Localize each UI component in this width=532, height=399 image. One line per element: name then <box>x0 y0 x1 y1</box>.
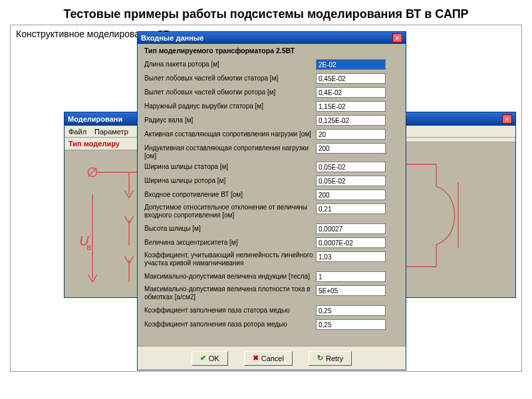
field-input[interactable] <box>316 129 386 140</box>
field-row: Вылет лобовых частей обмотки ротора [м] <box>144 86 399 100</box>
ok-button[interactable]: ✔OK <box>192 351 228 366</box>
field-row: Ширина шлицы ротора [м] <box>144 175 399 189</box>
field-label: Длина пакета ротора [м] <box>144 59 316 68</box>
field-row: Максимально-допустимая величина плотност… <box>144 285 399 305</box>
field-label: Вылет лобовых частей обмотки статора [м] <box>144 73 316 82</box>
menu-file[interactable]: Файл <box>68 126 86 137</box>
field-label: Ширина шлицы статора [м] <box>144 162 316 171</box>
dialog-close-icon[interactable]: × <box>392 33 402 43</box>
field-row: Радиус вала [м] <box>144 114 399 128</box>
field-label: Входное сопротивление ВТ [ом] <box>144 190 316 199</box>
field-label: Наружный радиус вырубки статора [м] <box>144 101 316 110</box>
field-row: Входное сопротивление ВТ [ом] <box>144 189 399 203</box>
cancel-button[interactable]: ✖Cancel <box>244 351 293 366</box>
field-input[interactable] <box>316 271 386 282</box>
field-label: Коэффициент, учитывающий нелинейность ли… <box>144 251 316 267</box>
field-input[interactable] <box>316 319 386 330</box>
field-row: Максимально-допустимая величина индукции… <box>144 271 399 285</box>
cancel-label: Cancel <box>261 354 284 362</box>
field-input[interactable] <box>316 251 386 262</box>
field-input[interactable] <box>316 101 386 112</box>
field-input[interactable] <box>316 162 386 172</box>
field-input[interactable] <box>316 59 386 70</box>
field-label: Высота шлицы [м] <box>144 223 316 233</box>
dialog-titlebar[interactable]: Входные данные × <box>138 32 406 44</box>
svg-text:в: в <box>86 242 91 252</box>
field-input[interactable] <box>316 237 386 248</box>
field-label: Величина эксцентриситета [м] <box>144 237 316 247</box>
field-input[interactable] <box>316 87 386 98</box>
main-canvas: Конструктивное моделирование ВТ Моделиро… <box>10 25 522 372</box>
dialog-subheader: Тип моделируемого трансформатора 2.5ВТ <box>138 44 406 59</box>
menu-params[interactable]: Параметр <box>94 126 128 137</box>
field-row: Ширина шлицы статора [м] <box>144 161 399 175</box>
field-label: Максимально-допустимая величина плотност… <box>144 285 316 301</box>
field-row: Величина эксцентриситета [м] <box>144 237 399 251</box>
ok-label: OK <box>209 354 219 362</box>
field-label: Ширина шлицы ротора [м] <box>144 176 316 185</box>
field-row: Высота шлицы [м] <box>144 223 399 237</box>
field-input[interactable] <box>316 285 386 296</box>
retry-button[interactable]: ↻Retry <box>309 351 352 366</box>
field-label: Коэффициент заполнения паза ротора медью <box>144 319 316 329</box>
field-row: Длина пакета ротора [м] <box>144 59 399 72</box>
field-list: Длина пакета ротора [м]Вылет лобовых час… <box>138 59 406 332</box>
input-data-dialog: Входные данные × Тип моделируемого транс… <box>137 31 406 370</box>
field-row: Наружный радиус вырубки статора [м] <box>144 100 399 114</box>
retry-label: Retry <box>326 354 343 362</box>
page-title: Тестовые примеры работы подсистемы модел… <box>0 0 532 25</box>
check-icon: ✔ <box>200 354 206 362</box>
bg-left-title: Моделировани <box>68 115 122 123</box>
field-input[interactable] <box>316 223 386 234</box>
field-row: Коэффициент, учитывающий нелинейность ли… <box>144 251 399 271</box>
close-icon[interactable]: × <box>502 114 512 124</box>
field-label: Индуктивная составляющая сопротивления н… <box>144 143 316 160</box>
field-label: Вылет лобовых частей обмотки ротора [м] <box>144 87 316 96</box>
field-row: Индуктивная составляющая сопротивления н… <box>144 142 399 161</box>
field-input[interactable] <box>316 176 386 186</box>
refresh-icon: ↻ <box>317 354 323 362</box>
field-input[interactable] <box>316 190 386 200</box>
field-row: Коэффициент заполнения паза ротора медью <box>144 319 399 332</box>
dialog-button-bar: ✔OK ✖Cancel ↻Retry <box>138 346 406 370</box>
field-input[interactable] <box>316 203 386 214</box>
field-label: Коэффициент заполнения паза статора медь… <box>144 305 316 315</box>
field-label: Максимально-допустимая величина индукции… <box>144 271 316 281</box>
field-row: Допустимое относительное отклонение от в… <box>144 203 399 223</box>
dialog-title: Входные данные <box>141 34 203 42</box>
field-label: Активная составляющая сопротивления нагр… <box>144 129 316 138</box>
field-label: Допустимое относительное отклонение от в… <box>144 203 316 219</box>
field-input[interactable] <box>316 305 386 316</box>
field-input[interactable] <box>316 115 386 126</box>
field-row: Активная составляющая сопротивления нагр… <box>144 128 399 142</box>
field-row: Вылет лобовых частей обмотки статора [м] <box>144 72 399 86</box>
field-input[interactable] <box>316 73 386 84</box>
x-icon: ✖ <box>253 354 259 362</box>
field-row: Коэффициент заполнения паза статора медь… <box>144 305 399 319</box>
field-input[interactable] <box>316 143 386 154</box>
field-label: Радиус вала [м] <box>144 115 316 124</box>
